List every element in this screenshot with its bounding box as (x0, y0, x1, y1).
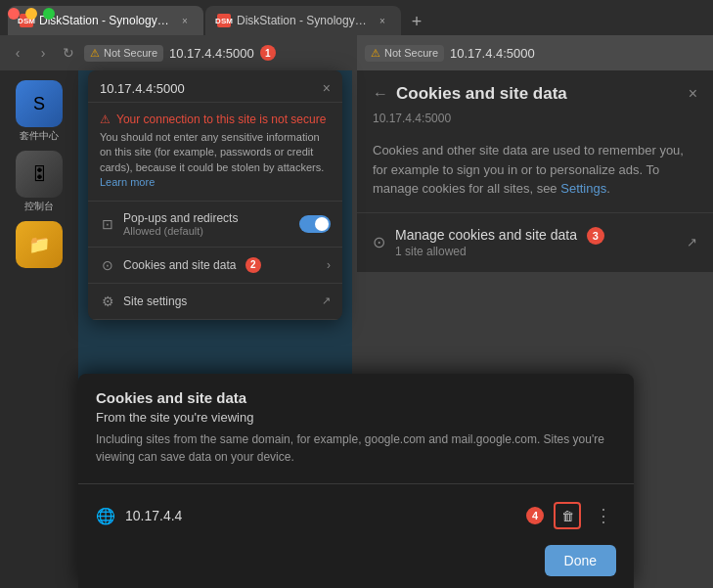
sidebar-item-package-center[interactable]: S 套件中心 (16, 80, 63, 143)
bottom-panel-description: Including sites from the same domain, fo… (96, 430, 616, 466)
security-warning-title: ⚠ Your connection to this site is not se… (100, 113, 331, 126)
bottom-panel-divider (78, 483, 634, 484)
manage-external-icon: ↗ (687, 235, 697, 249)
close-traffic-light[interactable] (8, 8, 20, 20)
popups-toggle[interactable] (299, 215, 331, 233)
settings-link[interactable]: Settings (560, 181, 606, 196)
cookies-side-panel: ← Cookies and site data × 10.17.4.4:5000… (357, 70, 713, 272)
cookies-panel-close[interactable]: × (689, 85, 697, 103)
tab-2-title: DiskStation - Synology DiskSta... (237, 14, 370, 27)
tab-2-favicon: DSM (217, 14, 231, 27)
refresh-button[interactable]: ↻ (59, 43, 78, 63)
cookies-row-content: Cookies and site data 2 (123, 257, 319, 273)
bottom-panel-site-row: 🌐 10.17.4.4 4 🗑 ⋮ (78, 494, 634, 537)
cookies-manage-row[interactable]: ⊙ Manage cookies and site data 3 1 site … (357, 213, 713, 272)
tab-1-close[interactable]: × (178, 14, 192, 27)
cookies-panel-url: 10.17.4.4:5000 (357, 112, 713, 137)
learn-more-link[interactable]: Learn more (100, 176, 155, 188)
popups-icon: ⊡ (100, 216, 115, 232)
settings-external-icon: ↗ (322, 294, 331, 307)
address-bar-1: ‹ › ↻ ⚠ Not Secure 10.17.4.4:5000 1 (0, 35, 352, 70)
site-name: 10.17.4.4 (125, 508, 516, 523)
not-secure-label-1: Not Secure (104, 47, 157, 59)
cookies-manage-content: Manage cookies and site data 3 1 site al… (395, 227, 677, 258)
cookies-panel-back[interactable]: ← (373, 85, 388, 103)
manage-badge: 3 (587, 227, 604, 245)
address-bar-2: ⚠ Not Secure 10.17.4.4:5000 (357, 35, 713, 70)
cookies-manage-title: Manage cookies and site data 3 (395, 227, 677, 245)
more-options-button[interactable]: ⋮ (591, 505, 616, 526)
maximize-traffic-light[interactable] (43, 8, 55, 20)
package-center-icon: S (16, 80, 63, 127)
not-secure-label-2: Not Secure (384, 47, 438, 59)
url-text-2: 10.17.4.4:5000 (450, 46, 535, 61)
popups-row-content: Pop-ups and redirects Allowed (default) (123, 211, 291, 237)
delete-site-button[interactable]: 🗑 (554, 502, 581, 529)
cookies-icon: ⊙ (100, 257, 115, 273)
new-tab-button[interactable]: + (403, 8, 430, 35)
popup-header: 10.17.4.4:5000 × (88, 70, 342, 103)
security-popup: 10.17.4.4:5000 × ⚠ Your connection to th… (88, 70, 342, 320)
cookies-manage-subtitle: 1 site allowed (395, 245, 677, 258)
security-warning-text: You should not enter any sensitive infor… (100, 130, 331, 191)
settings-row-title: Site settings (123, 294, 314, 308)
sidebar-item-control-panel[interactable]: 🎛 控制台 (16, 151, 63, 213)
popups-redirects-row[interactable]: ⊡ Pop-ups and redirects Allowed (default… (88, 202, 342, 248)
cookies-bottom-panel: Cookies and site data From the site you'… (78, 374, 634, 588)
security-warning-section: ⚠ Your connection to this site is not se… (88, 103, 342, 202)
address-badge-1: 1 (260, 45, 276, 61)
forward-button[interactable]: › (33, 43, 53, 63)
warning-icon-2: ⚠ (371, 47, 380, 60)
popup-close-button[interactable]: × (323, 80, 331, 96)
sidebar-item-file-manager[interactable]: 📁 (16, 221, 63, 268)
cookies-row-title: Cookies and site data 2 (123, 257, 319, 273)
cookies-row-chevron: › (327, 258, 331, 272)
warning-title-text: Your connection to this site is not secu… (116, 113, 326, 126)
settings-row-content: Site settings (123, 294, 314, 308)
warning-icon: ⚠ (90, 47, 100, 60)
done-button[interactable]: Done (545, 545, 616, 576)
cookies-row[interactable]: ⊙ Cookies and site data 2 › (88, 248, 342, 284)
cookies-panel-header: ← Cookies and site data × (357, 70, 713, 112)
control-panel-icon: 🎛 (16, 151, 63, 198)
traffic-lights (8, 8, 55, 20)
cookies-description: Cookies and other site data are used to … (357, 137, 713, 213)
bottom-panel-footer: Done (78, 537, 634, 588)
sidebar-item-label-package-center: 套件中心 (20, 129, 59, 143)
site-badge: 4 (526, 507, 544, 524)
tab-bar: DSM DiskStation - Synology DiskSta... × … (0, 0, 713, 35)
sidebar-item-label-control-panel: 控制台 (24, 200, 54, 213)
popup-header-title: 10.17.4.4:5000 (100, 81, 185, 96)
warning-triangle-icon: ⚠ (100, 113, 111, 126)
cookies-manage-icon: ⊙ (373, 233, 385, 251)
minimize-traffic-light[interactable] (25, 8, 37, 20)
popups-row-subtitle: Allowed (default) (123, 225, 291, 237)
tab-2[interactable]: DSM DiskStation - Synology DiskSta... × (205, 6, 401, 35)
not-secure-badge-1[interactable]: ⚠ Not Secure (84, 45, 163, 62)
file-manager-icon: 📁 (16, 221, 63, 268)
bottom-panel-main-title: Cookies and site data (96, 389, 616, 406)
tab-2-close[interactable]: × (376, 14, 389, 27)
site-globe-icon: 🌐 (96, 507, 115, 525)
not-secure-badge-2[interactable]: ⚠ Not Secure (365, 45, 444, 62)
tab-1-title: DiskStation - Synology DiskSta... (39, 14, 172, 27)
popups-row-title: Pop-ups and redirects (123, 211, 291, 225)
back-button[interactable]: ‹ (8, 43, 27, 63)
bottom-panel-header: Cookies and site data From the site you'… (78, 374, 634, 474)
synology-sidebar: S 套件中心 🎛 控制台 📁 (0, 70, 78, 588)
url-text-1: 10.17.4.4:5000 (169, 46, 254, 61)
site-settings-row[interactable]: ⚙ Site settings ↗ (88, 284, 342, 320)
cookies-row-badge: 2 (245, 257, 261, 273)
settings-icon: ⚙ (100, 294, 115, 309)
bottom-panel-subtitle: From the site you're viewing (96, 410, 616, 425)
cookies-panel-title: Cookies and site data (396, 84, 681, 104)
